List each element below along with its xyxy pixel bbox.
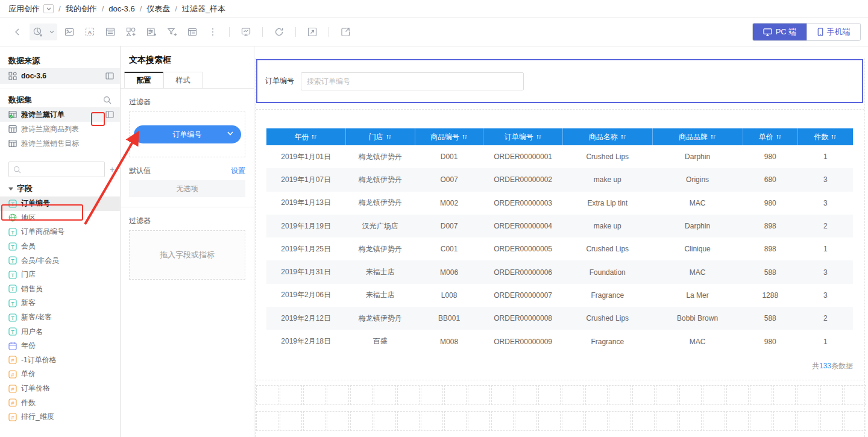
search-icon[interactable] [103,96,112,104]
svg-text:T: T [11,258,14,264]
field-name: 件数 [21,398,36,408]
table-cell: 898 [743,237,797,260]
grid-cell [303,411,326,431]
chart-caret-icon[interactable] [46,24,57,40]
share-icon[interactable] [337,24,354,40]
svg-text:T: T [11,286,14,292]
field-name: -1订单价格 [21,355,57,365]
breadcrumb-dropdown-icon[interactable] [43,4,54,13]
column-header-年份[interactable]: 年份 [266,128,345,145]
data-source-item[interactable]: doc-3.6 [0,68,120,84]
grid-cell [703,385,725,405]
dataset-name: 雅诗兰黛商品列表 [21,124,114,134]
geo-field-icon [8,213,17,222]
breadcrumb-item[interactable]: 过滤器_样本 [182,4,225,14]
sort-icon [536,134,542,140]
back-icon[interactable] [9,24,26,40]
open-panel-icon[interactable] [105,72,114,80]
field-item-会员/非会员[interactable]: T会员/非会员 [0,253,120,268]
field-item-新客[interactable]: T新客 [0,296,120,310]
table-row: 2019年2月06日来福士店L008ORDER00000007Fragrance… [266,284,853,307]
column-header-商品名称[interactable]: 商品名称 [562,128,652,145]
open-panel-icon[interactable] [105,111,114,118]
field-item-销售员[interactable]: T销售员 [0,282,120,297]
field-search-input[interactable] [8,162,105,177]
field-item-排行_维度[interactable]: #排行_维度 [0,410,120,424]
filter-field-button[interactable]: 订单编号 [134,125,241,143]
field-item--1订单价格[interactable]: #-1订单价格 [0,353,120,368]
chevron-down-icon [227,131,233,136]
preview-icon[interactable] [237,24,254,40]
toolbar-icon-group: A [7,24,752,40]
filter-dropzone[interactable]: 拖入字段或指标 [129,230,245,280]
grid-cell [256,411,278,431]
field-item-门店[interactable]: T门店 [0,268,120,282]
mobile-view-label: 手机端 [827,27,851,37]
table-cell: L008 [415,284,483,307]
add-web-icon[interactable] [184,24,201,40]
fullscreen-icon[interactable] [304,24,321,40]
add-image-icon[interactable] [61,24,78,40]
grid-cell [703,411,725,431]
field-item-新客/老客[interactable]: T新客/老客 [0,310,120,325]
grid-cell [679,385,702,405]
field-item-件数[interactable]: #件数 [0,395,120,410]
grid-cell [280,411,302,431]
add-component-icon[interactable] [102,24,119,40]
field-item-订单价格[interactable]: #订单价格 [0,382,120,396]
refresh-icon[interactable] [271,24,288,40]
sort-icon [311,134,317,140]
tab-样式[interactable]: 样式 [163,72,203,88]
filter-field-dropzone[interactable]: 订单编号 [129,112,245,157]
table-cell: Clinique [652,237,743,260]
sort-icon [776,134,782,140]
table-cell: Darphin [652,145,743,168]
breadcrumb-item[interactable]: doc-3.6 [108,4,134,13]
table-cell: 2 [797,215,853,237]
field-item-用户名[interactable]: T用户名 [0,324,120,339]
table-row: 2019年1月01日梅龙镇伊势丹D001ORDER00000001Crushed… [266,145,853,168]
mobile-view-button[interactable]: 手机端 [807,24,860,40]
field-item-订单编号[interactable]: T订单编号 [0,196,120,211]
dataset-item[interactable]: >雅诗兰黛销售目标 [0,136,120,151]
dashboard-canvas[interactable]: 订单编号 年份门店商品编号订单编号商品名称商品品牌单价件数 2019年1月01日… [254,46,868,437]
more-icon[interactable] [204,24,221,40]
add-shape-icon[interactable] [122,24,139,40]
column-header-商品品牌[interactable]: 商品品牌 [652,128,743,145]
add-filter-icon[interactable] [163,24,180,40]
field-item-地区[interactable]: 地区 [0,211,120,225]
field-item-年份[interactable]: 年份 [0,339,120,353]
dataset-item[interactable]: >雅诗兰黛商品列表 [0,122,120,136]
divider [0,89,120,89]
add-text-icon[interactable]: A [81,24,98,40]
grid-cell [632,411,655,431]
column-header-门店[interactable]: 门店 [345,128,415,145]
column-header-单价[interactable]: 单价 [743,128,797,145]
column-header-订单编号[interactable]: 订单编号 [483,128,562,145]
pc-view-button[interactable]: PC 端 [753,24,807,40]
settings-link[interactable]: 设置 [231,166,245,176]
field-item-订单商品编号[interactable]: T订单商品编号 [0,225,120,239]
text-search-widget[interactable]: 订单编号 [256,59,863,103]
tab-配置[interactable]: 配置 [124,72,163,88]
field-item-会员[interactable]: T会员 [0,239,120,254]
field-item-单价[interactable]: #单价 [0,367,120,382]
breadcrumb-item[interactable]: 应用创作 [8,4,40,14]
column-header-件数[interactable]: 件数 [797,128,853,145]
table-widget[interactable]: 年份门店商品编号订单编号商品名称商品品牌单价件数 2019年1月01日梅龙镇伊势… [256,116,863,371]
table-cell: Darphin [652,215,743,237]
fields-section-header[interactable]: 字段 [0,181,120,196]
column-header-商品编号[interactable]: 商品编号 [415,128,483,145]
breadcrumb-item[interactable]: 我的创作 [66,4,97,14]
breadcrumb-item[interactable]: 仪表盘 [146,4,170,14]
dataset-item[interactable]: 雅诗兰黛订单 [0,107,120,122]
svg-text:#: # [11,400,14,406]
add-field-icon[interactable]: + [108,165,116,174]
table-cell: 3 [797,260,853,283]
add-chart-icon[interactable] [30,24,46,40]
add-filter-list-icon[interactable] [143,24,160,40]
order-number-search-input[interactable] [301,72,524,90]
grid-cell [562,411,584,431]
grid-cell [632,385,655,405]
grid-cell [303,385,326,405]
